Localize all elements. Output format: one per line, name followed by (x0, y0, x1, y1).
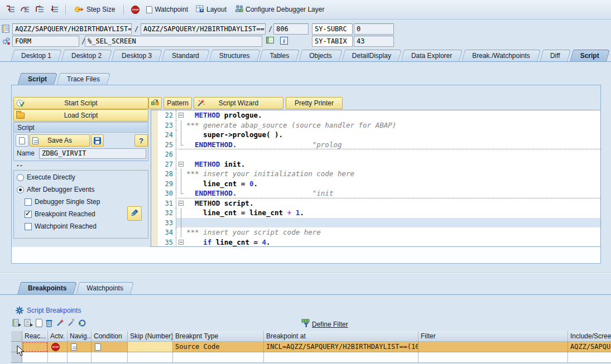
load-script-button[interactable]: Load Script (13, 109, 148, 122)
filter-cell[interactable] (418, 342, 568, 352)
active-cell[interactable]: STOP (48, 342, 68, 352)
swap-pattern-button[interactable] (148, 97, 162, 109)
script-wizard-button[interactable]: Script Wizard (194, 97, 283, 109)
tab-detaildisplay[interactable]: DetailDisplay (341, 50, 400, 62)
column-header-breakpoint-at[interactable]: Breakpoint at (264, 331, 418, 342)
tab-script[interactable]: Script (569, 50, 608, 62)
event-name-field[interactable]: %_SEL_SCREEN (85, 36, 262, 47)
code-line[interactable]: 24 super->prologue( ). (151, 130, 600, 140)
step-size-button[interactable]: Step Size (72, 3, 117, 16)
refresh-icon[interactable] (78, 318, 86, 329)
code-line[interactable]: 27 METHOD init. (151, 159, 600, 169)
tab-objects[interactable]: Objects (298, 50, 341, 62)
tab-desktop-2[interactable]: Desktop 2 (60, 50, 110, 62)
tab-desktop-1[interactable]: Desktop 1 (10, 50, 60, 62)
code-line[interactable]: 29 line_cnt = 0. (151, 179, 600, 189)
configure-debugger-layer-button[interactable]: Configure Debugger Layer (232, 3, 326, 16)
sysvar-name-field[interactable]: SY-TABIX (312, 36, 353, 47)
bottom-tab-watchpoints[interactable]: Watchpoints (75, 282, 132, 294)
stop-button[interactable]: STOP (130, 5, 141, 14)
tab-diff[interactable]: Diff (539, 50, 569, 62)
include-screen-cell[interactable]: AQZZ/SAPQUE (568, 342, 611, 352)
abap-script-editor[interactable]: 22 METHOD prologue.23*** generate abap_s… (151, 110, 601, 247)
main-program-field[interactable]: AQZZ/SAPQUERY/H2BIRTHDAYLIST== (12, 23, 132, 35)
fold-collapse-icon[interactable] (179, 201, 184, 206)
column-header-condition[interactable]: Condition (92, 331, 128, 342)
splitter-handle[interactable]: -- (17, 162, 23, 169)
layout-button[interactable]: Layout (194, 4, 229, 16)
checkbox-debugger-single-step[interactable]: Debugger Single Step (25, 198, 100, 206)
code-line[interactable]: 26 (151, 149, 600, 159)
start-script-button[interactable]: Start Script (13, 97, 148, 109)
step-into-button[interactable] (4, 4, 16, 15)
checkbox-breakpoint-reached[interactable]: Breakpoint Reached (25, 210, 95, 218)
save-breakpoints-icon[interactable] (24, 318, 33, 329)
new-script-button[interactable] (16, 134, 28, 147)
script-name-input[interactable]: ZDBG_VIRVIT (39, 148, 146, 159)
include-field[interactable]: AQZZ/SAPQUERY/H2BIRTHDAYLIST== (141, 23, 266, 35)
row-selector-header[interactable] (11, 331, 22, 342)
code-line[interactable]: 35 if line_cnt = 4. (151, 237, 600, 247)
radio-after-debugger-events[interactable]: After Debugger Events (17, 186, 94, 193)
help-button[interactable]: ? (134, 134, 148, 147)
reached-cell[interactable] (22, 342, 48, 352)
code-line[interactable]: 23*** generate abap_source (source handl… (151, 120, 600, 130)
condition-cell[interactable] (92, 342, 128, 352)
pretty-printer-button[interactable]: Pretty Printer (286, 97, 343, 109)
sysvar-value-field[interactable]: 43 (354, 36, 394, 47)
create-watchpoint-button[interactable]: Watchpoint (144, 4, 190, 14)
code-line[interactable]: 25 ENDMETHOD. "prolog (151, 140, 600, 150)
step-return-button[interactable] (33, 4, 45, 15)
code-line[interactable]: 31 METHOD script. (151, 198, 600, 208)
column-header-navig[interactable]: Navig... (68, 331, 92, 342)
tab-data-explorer[interactable]: Data Explorer (400, 50, 461, 62)
info-icon[interactable]: i (280, 37, 288, 45)
checkbox-watchpoint-reached[interactable]: Watchpoint Reached (25, 222, 97, 230)
fold-collapse-icon[interactable] (179, 162, 184, 167)
column-header-actv[interactable]: Actv. (48, 331, 68, 342)
navigation-cell[interactable] (68, 342, 92, 352)
bottom-tab-breakpoints[interactable]: Breakpoints (17, 282, 75, 294)
breakpoint-row[interactable]: STOPSource CodeINCL=AQZZ/SAPQUERY/H2BIRT… (11, 342, 611, 352)
sysvar-name-field[interactable]: SY-SUBRC (312, 23, 353, 35)
delete-breakpoint-icon[interactable] (45, 318, 54, 329)
fold-collapse-icon[interactable] (179, 240, 184, 245)
new-breakpoint-icon[interactable] (36, 319, 42, 329)
tab-break-watchpoints[interactable]: Break./Watchpoints (461, 50, 539, 62)
radio-execute-directly[interactable]: Execute Directly (17, 173, 75, 181)
column-header-reac[interactable]: Reac... (22, 331, 48, 342)
code-line[interactable]: 34*** insert your script code here (151, 227, 600, 237)
column-header-include-scree[interactable]: Include/Scree (568, 331, 611, 342)
code-line[interactable]: 28*** insert your initialization code he… (151, 169, 600, 179)
code-line[interactable]: 32 line_cnt = line_cnt + 1. (151, 208, 600, 218)
code-line[interactable]: 22 METHOD prologue. (151, 110, 600, 120)
script-tab-trace-files[interactable]: Trace Files (56, 73, 109, 85)
tab-tables[interactable]: Tables (258, 50, 298, 62)
tab-desktop-3[interactable]: Desktop 3 (110, 50, 161, 62)
column-header-filter[interactable]: Filter (418, 331, 568, 342)
save-button[interactable] (91, 134, 104, 147)
skip-cell[interactable] (128, 342, 173, 352)
line-number-field[interactable]: 806 (273, 23, 309, 35)
column-header-skip-number[interactable]: Skip (Number) (128, 331, 173, 342)
continue-button[interactable] (48, 4, 59, 15)
fold-collapse-icon[interactable] (179, 113, 184, 118)
table-contents-icon[interactable] (266, 37, 274, 45)
load-breakpoints-icon[interactable] (12, 318, 22, 329)
wand-delete-icon[interactable] (67, 318, 75, 329)
edit-breakpoints-button[interactable] (127, 206, 142, 221)
column-header-breakpnt-type[interactable]: Breakpnt Type (173, 331, 264, 342)
tab-standard[interactable]: Standard (161, 50, 208, 62)
step-over-button[interactable] (19, 4, 30, 15)
save-as-button[interactable]: Save As (30, 134, 90, 147)
breakpoint-type-cell[interactable]: Source Code (173, 342, 264, 352)
event-type-field[interactable]: FORM (12, 36, 79, 47)
sysvar-value-field[interactable]: 0 (354, 23, 394, 35)
tab-structures[interactable]: Structures (208, 50, 259, 62)
wand-create-icon[interactable] (56, 318, 65, 329)
pattern-button[interactable]: Pattern (163, 97, 192, 109)
define-filter-link[interactable]: Define Filter (301, 319, 348, 329)
script-tab-script[interactable]: Script (17, 73, 56, 85)
breakpoint-at-cell[interactable]: INCL=AQZZ/SAPQUERY/H2BIRTHDAYLIST==(1080… (264, 342, 418, 352)
code-line[interactable]: 33 (151, 218, 600, 228)
